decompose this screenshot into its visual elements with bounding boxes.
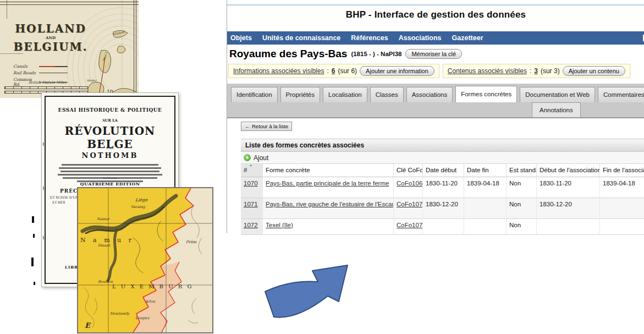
tab-localisation[interactable]: Localisation: [323, 87, 367, 102]
row-date-debut: 1830-12-20: [423, 198, 464, 219]
column-header-date-debut[interactable]: Date début: [423, 164, 464, 177]
row-forme-link[interactable]: Texel (île): [263, 219, 394, 235]
column-header-est-standard[interactable]: Est standard: [507, 164, 537, 177]
scan-mark: [43, 236, 44, 239]
row-cle-link[interactable]: CoFo1070: [394, 198, 423, 219]
curved-arrow-graphic: [257, 249, 357, 332]
city-label-bouillon: Bouillon: [98, 280, 113, 284]
map-title-line1: HOLLAND: [9, 22, 92, 35]
column-header-id[interactable]: ▲#: [241, 164, 263, 177]
map-scale-bar: [4, 86, 88, 89]
formes-concretes-table: Liste des formes concrètes associées + A…: [241, 139, 644, 235]
row-est-standard: Non: [507, 219, 537, 235]
tab-formes-concretes[interactable]: Formes concrètes: [455, 86, 517, 102]
header-accent-line: [227, 4, 644, 6]
tab-classes[interactable]: Classes: [370, 87, 404, 102]
contenus-visibles-link[interactable]: Contenus associés visibles: [448, 67, 527, 75]
tab-bar-row2: Annotations: [227, 102, 644, 118]
nav-item-objets[interactable]: Objets: [230, 34, 252, 42]
row-forme-link[interactable]: Pays-Bas, rive gauche de l'estuaire de l…: [263, 198, 394, 219]
memorize-key-button[interactable]: Mémoriser la clé: [405, 49, 462, 59]
add-label: Ajout: [254, 154, 268, 162]
nav-item-unites-de-connaissance[interactable]: Unités de connaissance: [262, 34, 340, 42]
add-row-button[interactable]: + Ajout: [241, 152, 644, 164]
city-label-dinant: Dinant: [98, 243, 111, 248]
table-grid: ▲# Forme concrète Clé CoFo Date début Da…: [241, 164, 644, 235]
scanned-map-luxemburg: Liège Seraing Namur N a m u r Dinant Bou…: [77, 187, 213, 333]
coast-label-helder: Helder: [87, 79, 97, 82]
city-label-liege: Liège: [135, 198, 148, 202]
row-date-fin: 1839-04-18: [464, 177, 507, 198]
map-scale-label: British Statute Miles: [29, 80, 88, 85]
map-frame-line: [136, 0, 136, 98]
separator: :: [530, 67, 531, 75]
record-subtitle: (1815 - ) - NaPl38: [351, 51, 401, 57]
info-bar: Informations associées visibles : 6 (sur…: [228, 64, 630, 78]
row-fin-association: [600, 219, 644, 235]
row-forme-link[interactable]: Pays-Bas, partie principale de la terre …: [263, 177, 394, 198]
informations-visibles-link[interactable]: Informations associées visibles: [233, 67, 324, 75]
row-cle-link[interactable]: CoFo1069: [394, 177, 423, 198]
column-header-date-fin[interactable]: Date fin: [464, 164, 507, 177]
nav-item-references[interactable]: Références: [351, 34, 388, 42]
row-cle-link[interactable]: CoFo1071: [394, 219, 423, 235]
back-to-list-label: Retour à la liste: [252, 123, 288, 129]
informations-box: Informations associées visibles : 6 (sur…: [228, 64, 439, 78]
nav-item-associations[interactable]: Associations: [399, 34, 442, 42]
legend-line-railroads: [39, 73, 68, 73]
row-est-standard: Non: [507, 198, 537, 219]
record-title: Royaume des Pays-Bas: [229, 48, 347, 60]
book-divider: [103, 178, 117, 179]
city-label-montmedy: Montmédy: [110, 311, 130, 316]
row-est-standard: Non: [507, 177, 537, 198]
scan-mark: [43, 143, 44, 146]
table-title: Liste des formes concrètes associées: [241, 139, 644, 152]
informations-total: (sur 6): [338, 67, 357, 75]
book-series-line: ESSAI HISTORIQUE & POLITIQUE: [42, 107, 178, 113]
row-date-fin: [464, 198, 507, 219]
record-header: Royaume des Pays-Bas (1815 - ) - NaPl38 …: [229, 48, 462, 60]
add-plus-icon: +: [244, 154, 251, 161]
nav-item-gazetteer[interactable]: Gazetteer: [452, 34, 483, 42]
row-fin-association: [600, 198, 644, 219]
column-header-debut-association[interactable]: Début de l'association: [537, 164, 600, 177]
column-header-forme[interactable]: Forme concrète: [263, 164, 394, 177]
sort-caret-icon: ▲: [249, 164, 252, 167]
region-label-luxemburg: L U X E M B U R G: [112, 283, 193, 289]
tab-annotations[interactable]: Annotations: [532, 102, 581, 117]
main-menu-bar: Objets Unités de connaissance Références…: [227, 31, 644, 45]
city-label-longwy: Longwy: [135, 316, 150, 320]
scanned-map-holland-belgium: 10 Texel I. Vlieland Helder HOLLAND AND …: [0, 0, 139, 98]
tab-identification[interactable]: Identification: [231, 87, 278, 102]
luxemburg-map-graphic: Liège Seraing Namur N a m u r Dinant Bou…: [78, 188, 212, 332]
back-to-list-button[interactable]: ← Retour à la liste: [241, 122, 292, 131]
map-scale: British Statute Miles: [4, 80, 88, 94]
informations-count-link[interactable]: 6: [332, 67, 335, 75]
row-date-debut: 1830-11-20: [423, 177, 464, 198]
map-graticule-line: [0, 53, 23, 54]
tab-commentaires[interactable]: Commentaires: [598, 87, 644, 102]
city-label-prum: Prüm: [186, 240, 197, 244]
tab-documentation-et-web[interactable]: Documentation et Web: [520, 87, 595, 102]
scan-mark: [32, 216, 34, 223]
map-title-line3: BELGIUM.: [9, 40, 92, 53]
column-header-cle-cofo[interactable]: Clé CoFo: [394, 164, 423, 177]
contenus-count-link[interactable]: 3: [534, 67, 538, 75]
tab-bar: Identification Propriétés Localisation C…: [227, 84, 644, 102]
column-header-fin-association[interactable]: Fin de l'association: [600, 164, 644, 177]
map-frame-line: [134, 0, 134, 98]
map-frame-line: [0, 4, 139, 5]
scan-mark: [33, 234, 35, 238]
row-id-link[interactable]: 1071: [241, 198, 263, 219]
tab-proprietes[interactable]: Propriétés: [280, 87, 320, 102]
row-id-link[interactable]: 1072: [241, 219, 263, 235]
row-date-debut: [423, 219, 464, 235]
map-title-block: HOLLAND AND BELGIUM.: [9, 22, 92, 53]
add-content-button[interactable]: Ajouter un contenu: [563, 66, 625, 76]
page-title: BHP - Interface de gestion des données: [227, 9, 644, 20]
legend-line-canals: [39, 66, 68, 67]
add-information-button[interactable]: Ajouter une information: [360, 66, 434, 76]
row-id-link[interactable]: 1070: [241, 177, 263, 198]
back-arrow-icon: ←: [245, 124, 250, 129]
tab-associations[interactable]: Associations: [406, 87, 453, 102]
